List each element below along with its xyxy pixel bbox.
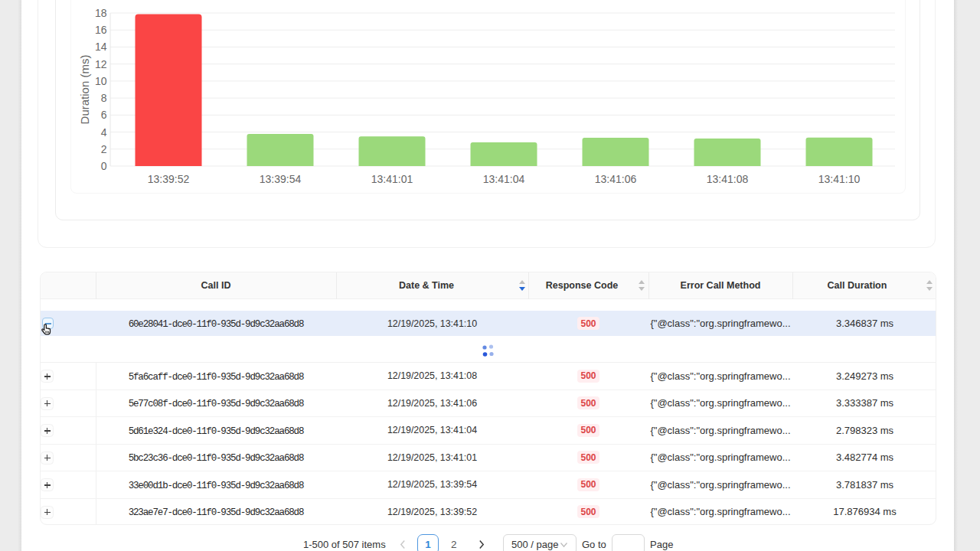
svg-text:16: 16	[95, 24, 107, 36]
svg-text:2: 2	[101, 143, 107, 155]
svg-text:14: 14	[95, 41, 107, 53]
svg-text:13:41:10: 13:41:10	[818, 173, 861, 185]
svg-text:18: 18	[95, 7, 107, 19]
svg-text:12: 12	[95, 58, 107, 70]
svg-text:13:41:01: 13:41:01	[371, 173, 413, 185]
svg-text:13:41:04: 13:41:04	[483, 173, 525, 185]
svg-text:0: 0	[101, 160, 107, 172]
svg-text:Duration (ms): Duration (ms)	[78, 55, 91, 125]
svg-text:6: 6	[101, 109, 107, 121]
svg-text:13:39:52: 13:39:52	[148, 173, 190, 185]
svg-text:8: 8	[101, 92, 107, 104]
svg-text:13:41:08: 13:41:08	[707, 173, 749, 185]
svg-text:4: 4	[101, 126, 107, 139]
svg-text:13:39:54: 13:39:54	[260, 173, 302, 185]
svg-text:13:41:06: 13:41:06	[595, 173, 637, 185]
svg-text:10: 10	[95, 75, 107, 87]
